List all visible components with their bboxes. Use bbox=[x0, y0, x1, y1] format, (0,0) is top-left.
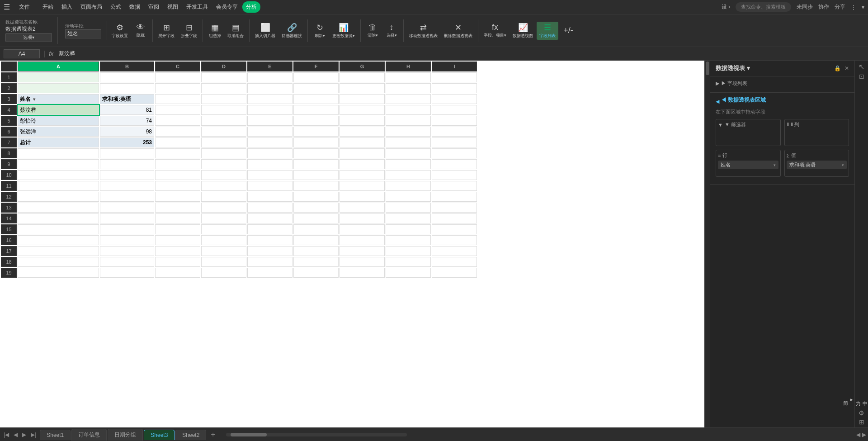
cell-b5[interactable]: 74 bbox=[100, 116, 154, 126]
add-sheet-button[interactable]: + bbox=[207, 429, 218, 441]
menu-view[interactable]: 视图 bbox=[164, 1, 182, 13]
more-icon[interactable]: ⋮ bbox=[851, 4, 856, 10]
menu-review[interactable]: 审阅 bbox=[145, 1, 163, 13]
panel-title[interactable]: 数据透视表 ▾ bbox=[716, 64, 750, 72]
cell-i5[interactable] bbox=[432, 116, 477, 126]
insert-slicer-btn[interactable]: ⬜插入切片器 bbox=[252, 22, 278, 40]
col-header-b[interactable]: B bbox=[100, 62, 154, 71]
cell-c2[interactable] bbox=[155, 83, 200, 93]
col-header-a[interactable]: A bbox=[18, 62, 99, 71]
field-settings-btn[interactable]: ⚙字段设置 bbox=[109, 22, 131, 40]
cell-d3[interactable] bbox=[201, 94, 246, 104]
cell-h1[interactable] bbox=[386, 72, 431, 82]
expand-collapse-btn[interactable]: +/- bbox=[559, 25, 577, 36]
col-header-f[interactable]: F bbox=[293, 62, 339, 71]
refresh-btn[interactable]: ↻刷新▾ bbox=[311, 22, 329, 40]
cell-e5[interactable] bbox=[247, 116, 292, 126]
col-header-c[interactable]: C bbox=[155, 62, 200, 71]
pivot-chart-btn[interactable]: 📈数据透视图 bbox=[510, 22, 536, 40]
tab-date-group[interactable]: 日期分组 bbox=[108, 429, 143, 441]
value-field-dropdown-icon[interactable]: ▾ bbox=[842, 163, 844, 167]
ungroup-btn[interactable]: ▤取消组合 bbox=[225, 22, 246, 40]
value-field-item[interactable]: 求和项:英语 ▾ bbox=[787, 161, 847, 169]
cell-g1[interactable] bbox=[340, 72, 385, 82]
cell-d7[interactable] bbox=[201, 138, 246, 147]
cell-a3[interactable]: 姓名 ▾ bbox=[18, 94, 99, 104]
tab-sheet2[interactable]: Sheet2 bbox=[175, 430, 206, 440]
col-header-e[interactable]: E bbox=[247, 62, 292, 71]
cell-c5[interactable] bbox=[155, 116, 200, 126]
panel-lock-icon[interactable]: 🔒 bbox=[834, 65, 841, 71]
menu-start[interactable]: 开始 bbox=[39, 1, 57, 13]
cell-g7[interactable] bbox=[340, 138, 385, 147]
col-header-d[interactable]: D bbox=[201, 62, 246, 71]
cell-e3[interactable] bbox=[247, 94, 292, 104]
cell-b1[interactable] bbox=[100, 72, 154, 82]
grid-icon[interactable]: ⊞ bbox=[859, 418, 864, 426]
cell-f6[interactable] bbox=[293, 127, 339, 137]
cell-e7[interactable] bbox=[247, 138, 292, 147]
active-field-input[interactable] bbox=[65, 29, 101, 38]
group-select-btn[interactable]: ▦组选择 bbox=[206, 22, 224, 40]
hide-btn[interactable]: 👁隐藏 bbox=[132, 22, 150, 39]
cell-d4[interactable] bbox=[201, 105, 246, 115]
cell-e4[interactable] bbox=[247, 105, 292, 115]
options-button[interactable]: 选项▾ bbox=[5, 33, 52, 42]
cell-a5[interactable]: 彭怡玲 bbox=[18, 116, 99, 126]
search-command[interactable]: 查找命令、搜索模板 bbox=[736, 2, 791, 12]
filter-connect-btn[interactable]: 🔗筛选器连接 bbox=[279, 22, 305, 40]
clear-btn[interactable]: 🗑清除▾ bbox=[363, 22, 382, 39]
settings-button[interactable]: 设 › bbox=[722, 3, 730, 11]
grid-area[interactable]: A B C D E F G H I 1 bbox=[0, 61, 704, 427]
tab-nav-prev[interactable]: ◀ bbox=[12, 431, 19, 439]
tab-nav-next[interactable]: ▶ bbox=[20, 431, 28, 439]
menu-insert[interactable]: 插入 bbox=[58, 1, 76, 13]
cell-d2[interactable] bbox=[201, 83, 246, 93]
menu-data[interactable]: 数据 bbox=[126, 1, 144, 13]
cell-f3[interactable] bbox=[293, 94, 339, 104]
sync-button[interactable]: 未同步 bbox=[797, 3, 813, 11]
menu-hamburger-icon[interactable]: ☰ bbox=[4, 3, 10, 11]
cell-i2[interactable] bbox=[432, 83, 477, 93]
cell-f7[interactable] bbox=[293, 138, 339, 147]
expand-field-btn[interactable]: ⊞展开字段 bbox=[156, 22, 177, 40]
horizontal-scrollbar-thumb[interactable] bbox=[231, 433, 267, 436]
field-items-btn[interactable]: fx字段、项目▾ bbox=[481, 22, 509, 39]
cell-e1[interactable] bbox=[247, 72, 292, 82]
cell-c6[interactable] bbox=[155, 127, 200, 137]
cell-i4[interactable] bbox=[432, 105, 477, 115]
cell-g4[interactable] bbox=[340, 105, 385, 115]
menu-page-layout[interactable]: 页面布局 bbox=[77, 1, 106, 13]
tab-sheet1[interactable]: Sheet1 bbox=[40, 430, 71, 440]
cell-h7[interactable] bbox=[386, 138, 431, 147]
cell-c7[interactable] bbox=[155, 138, 200, 147]
cell-b7[interactable]: 253 bbox=[100, 138, 154, 147]
cell-a4[interactable]: 蔡汶桦 bbox=[18, 105, 99, 115]
select-btn[interactable]: ↕选择▾ bbox=[382, 22, 401, 39]
cell-g3[interactable] bbox=[340, 94, 385, 104]
cell-h3[interactable] bbox=[386, 94, 431, 104]
cell-a1[interactable] bbox=[18, 72, 99, 82]
cell-e2[interactable] bbox=[247, 83, 292, 93]
cell-g5[interactable] bbox=[340, 116, 385, 126]
scroll-left-icon[interactable]: ◀ bbox=[856, 432, 860, 438]
connect-icon[interactable]: ⊡ bbox=[859, 73, 864, 80]
cell-g2[interactable] bbox=[340, 83, 385, 93]
settings-icon[interactable]: ⚙ bbox=[859, 409, 864, 417]
cell-c4[interactable] bbox=[155, 105, 200, 115]
cell-b6[interactable]: 98 bbox=[100, 127, 154, 137]
cell-f5[interactable] bbox=[293, 116, 339, 126]
tab-order-info[interactable]: 订单信息 bbox=[71, 429, 107, 441]
cell-a2[interactable] bbox=[18, 83, 99, 93]
horizontal-scrollbar-track[interactable] bbox=[226, 433, 407, 436]
cell-h2[interactable] bbox=[386, 83, 431, 93]
field-list-btn[interactable]: ☰字段列表 bbox=[537, 22, 558, 40]
share-button[interactable]: 分享 bbox=[835, 3, 845, 11]
horizontal-scroll-area[interactable] bbox=[219, 433, 856, 436]
row-field-item[interactable]: 姓名 ▾ bbox=[718, 161, 778, 169]
menu-dev-tools[interactable]: 开发工具 bbox=[183, 1, 212, 13]
move-pivot-btn[interactable]: ⇄移动数据透视表 bbox=[406, 22, 440, 40]
cell-i1[interactable] bbox=[432, 72, 477, 82]
col-header-g[interactable]: G bbox=[340, 62, 385, 71]
cell-b4[interactable]: 81 bbox=[100, 105, 154, 115]
